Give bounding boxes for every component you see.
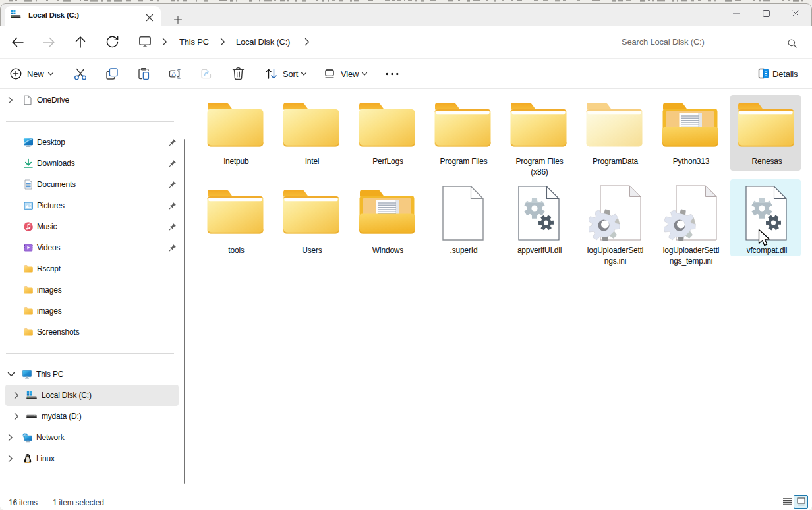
svg-text:A: A [172, 70, 177, 77]
